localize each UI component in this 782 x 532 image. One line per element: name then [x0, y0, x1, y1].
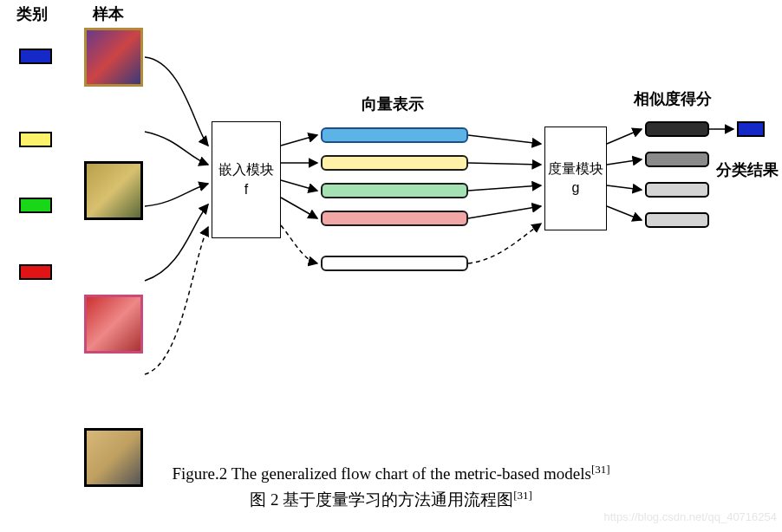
vector-bar-4: [321, 211, 468, 226]
class-swatch-3: [19, 198, 52, 213]
header-vector: 向量表示: [362, 94, 424, 114]
header-sample: 样本: [93, 3, 124, 24]
embed-module: 嵌入模块 f: [212, 121, 281, 238]
sample-thumb-2: [84, 161, 143, 220]
metric-module-sub: g: [572, 178, 580, 198]
metric-module: 度量模块 g: [544, 127, 607, 230]
sample-thumb-3: [84, 295, 143, 354]
vector-bar-query: [321, 256, 468, 271]
caption-en: Figure.2 The generalized flow chart of t…: [0, 463, 782, 483]
result-swatch: [737, 121, 765, 137]
watermark: https://blog.csdn.net/qq_40716254: [604, 510, 778, 523]
embed-module-sub: f: [244, 180, 248, 199]
embed-module-title: 嵌入模块: [218, 160, 274, 179]
header-result: 分类结果: [716, 159, 779, 180]
vector-bar-3: [321, 183, 468, 198]
score-bar-4: [645, 212, 709, 228]
class-swatch-2: [19, 132, 52, 147]
caption-zh: 图 2 基于度量学习的方法通用流程图[31]: [0, 489, 782, 511]
score-bar-3: [645, 182, 709, 198]
score-bar-1: [645, 121, 709, 137]
vector-bar-2: [321, 155, 468, 171]
header-category: 类别: [16, 3, 48, 24]
class-swatch-1: [19, 49, 52, 64]
sample-thumb-1: [84, 28, 143, 87]
score-bar-2: [645, 152, 709, 167]
class-swatch-4: [19, 264, 52, 280]
vector-bar-1: [321, 127, 468, 143]
metric-module-title: 度量模块: [548, 159, 603, 178]
header-similarity: 相似度得分: [634, 88, 712, 109]
